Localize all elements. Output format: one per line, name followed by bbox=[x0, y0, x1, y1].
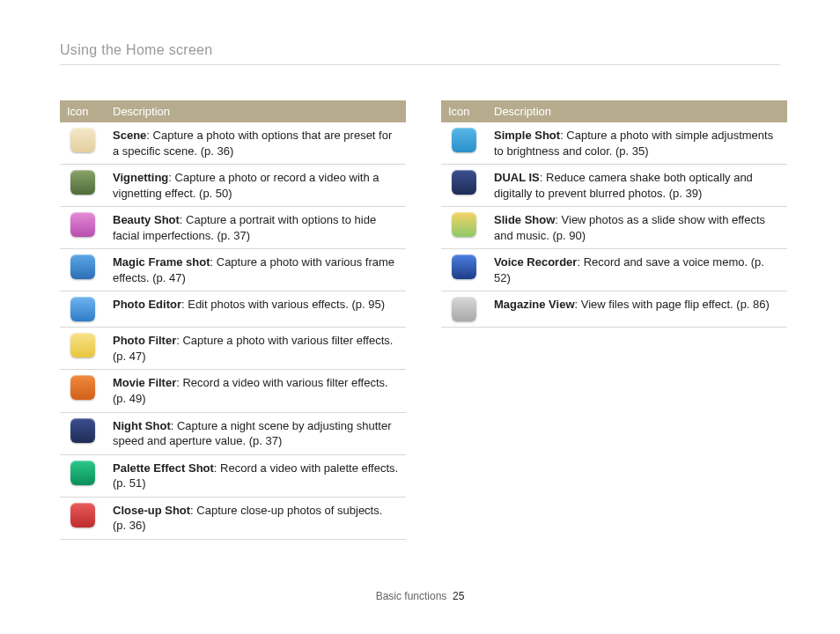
icon-cell bbox=[60, 291, 106, 328]
right-column: Icon Description Simple Shot: Capture a … bbox=[441, 100, 787, 540]
app-icon bbox=[452, 128, 476, 152]
icon-cell bbox=[60, 207, 106, 249]
icon-cell bbox=[60, 497, 106, 539]
app-icon bbox=[452, 297, 476, 321]
feature-title: Voice Recorder bbox=[494, 255, 577, 269]
description-cell: Simple Shot: Capture a photo with simple… bbox=[487, 122, 787, 165]
table-row: Close-up Shot: Capture close-up photos o… bbox=[60, 497, 406, 539]
table-row: Beauty Shot: Capture a portrait with opt… bbox=[60, 207, 406, 249]
description-cell: Photo Filter: Capture a photo with vario… bbox=[106, 328, 406, 370]
app-icon bbox=[452, 212, 476, 237]
app-icon bbox=[70, 128, 95, 152]
th-description: Description bbox=[106, 100, 406, 122]
footer-section: Basic functions bbox=[376, 590, 447, 602]
description-cell: Magazine View: View files with page flip… bbox=[487, 291, 787, 328]
icon-description-table-right: Icon Description Simple Shot: Capture a … bbox=[441, 100, 787, 328]
feature-title: Slide Show bbox=[494, 213, 555, 226]
feature-title: Night Shot bbox=[113, 419, 171, 432]
icon-cell bbox=[441, 207, 487, 249]
feature-title: DUAL IS bbox=[494, 171, 540, 184]
page-header-title: Using the Home screen bbox=[60, 42, 213, 58]
icon-cell bbox=[60, 412, 106, 454]
table-row: Palette Effect Shot: Record a video with… bbox=[60, 454, 406, 497]
feature-title: Palette Effect Shot bbox=[113, 461, 214, 475]
table-row: Magazine View: View files with page flip… bbox=[441, 291, 787, 328]
feature-title: Movie Filter bbox=[113, 376, 176, 389]
feature-description: : Capture a photo with options that are … bbox=[113, 129, 392, 158]
icon-cell bbox=[60, 165, 106, 207]
th-icon: Icon bbox=[441, 100, 487, 122]
table-row: Voice Recorder: Record and save a voice … bbox=[441, 249, 787, 291]
table-row: Photo Editor: Edit photos with various e… bbox=[60, 291, 406, 328]
description-cell: DUAL IS: Reduce camera shake both optica… bbox=[487, 165, 787, 207]
description-cell: Magic Frame shot: Capture a photo with v… bbox=[106, 249, 406, 291]
icon-cell bbox=[441, 249, 487, 291]
footer-page-number: 25 bbox=[453, 590, 464, 602]
description-cell: Movie Filter: Record a video with variou… bbox=[106, 370, 406, 412]
icon-cell bbox=[441, 291, 487, 328]
description-cell: Scene: Capture a photo with options that… bbox=[106, 122, 406, 165]
icon-cell bbox=[441, 122, 487, 165]
description-cell: Vignetting: Capture a photo or record a … bbox=[106, 165, 406, 207]
app-icon bbox=[70, 254, 95, 279]
table-row: Photo Filter: Capture a photo with vario… bbox=[60, 328, 406, 370]
table-row: Vignetting: Capture a photo or record a … bbox=[60, 165, 406, 207]
feature-title: Photo Editor bbox=[113, 298, 181, 311]
app-icon bbox=[70, 333, 95, 358]
header-divider bbox=[60, 64, 780, 65]
table-row: Scene: Capture a photo with options that… bbox=[60, 122, 406, 165]
feature-description: : View files with page flip effect. (p. … bbox=[575, 298, 770, 311]
feature-title: Vignetting bbox=[113, 171, 168, 184]
app-icon bbox=[70, 212, 95, 237]
page-footer: Basic functions 25 bbox=[0, 590, 840, 602]
app-icon bbox=[452, 254, 476, 279]
feature-title: Photo Filter bbox=[113, 334, 176, 347]
description-cell: Palette Effect Shot: Record a video with… bbox=[106, 454, 406, 497]
description-cell: Close-up Shot: Capture close-up photos o… bbox=[106, 497, 406, 539]
icon-cell bbox=[441, 165, 487, 207]
feature-title: Simple Shot bbox=[494, 129, 560, 142]
left-column: Icon Description Scene: Capture a photo … bbox=[60, 100, 406, 540]
description-cell: Photo Editor: Edit photos with various e… bbox=[106, 291, 406, 328]
table-row: DUAL IS: Reduce camera shake both optica… bbox=[441, 165, 787, 207]
table-row: Simple Shot: Capture a photo with simple… bbox=[441, 122, 787, 165]
table-row: Movie Filter: Record a video with variou… bbox=[60, 370, 406, 412]
feature-title: Close-up Shot bbox=[113, 504, 190, 517]
feature-title: Beauty Shot bbox=[113, 213, 180, 226]
feature-description: : Edit photos with various effects. (p. … bbox=[181, 298, 385, 311]
icon-cell bbox=[60, 249, 106, 291]
th-icon: Icon bbox=[60, 100, 106, 122]
app-icon bbox=[452, 170, 476, 195]
description-cell: Voice Recorder: Record and save a voice … bbox=[487, 249, 787, 291]
icon-cell bbox=[60, 370, 106, 412]
description-cell: Beauty Shot: Capture a portrait with opt… bbox=[106, 207, 406, 249]
feature-title: Magazine View bbox=[494, 298, 575, 311]
description-cell: Night Shot: Capture a night scene by adj… bbox=[106, 412, 406, 454]
app-icon bbox=[70, 297, 95, 321]
app-icon bbox=[70, 503, 95, 527]
th-description: Description bbox=[487, 100, 787, 122]
app-icon bbox=[70, 170, 95, 195]
table-row: Magic Frame shot: Capture a photo with v… bbox=[60, 249, 406, 291]
table-row: Slide Show: View photos as a slide show … bbox=[441, 207, 787, 249]
icon-cell bbox=[60, 122, 106, 165]
icon-description-table-left: Icon Description Scene: Capture a photo … bbox=[60, 100, 406, 540]
icon-cell bbox=[60, 454, 106, 497]
app-icon bbox=[70, 418, 95, 443]
feature-title: Scene bbox=[113, 129, 146, 142]
icon-cell bbox=[60, 328, 106, 370]
app-icon bbox=[70, 461, 95, 485]
app-icon bbox=[70, 375, 95, 400]
feature-title: Magic Frame shot bbox=[113, 255, 210, 269]
description-cell: Slide Show: View photos as a slide show … bbox=[487, 207, 787, 249]
table-row: Night Shot: Capture a night scene by adj… bbox=[60, 412, 406, 454]
